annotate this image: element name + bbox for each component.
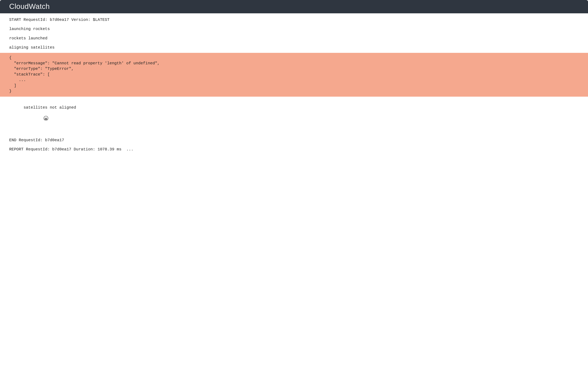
log-line: launching rockets [0, 24, 588, 34]
log-line-with-icon: satellites not aligned [0, 97, 588, 135]
svg-point-0 [44, 116, 48, 120]
log-line: START RequestId: b7d0ea17 Version: $LATE… [0, 15, 588, 24]
log-line: rockets launched [0, 34, 588, 43]
log-output: START RequestId: b7d0ea17 Version: $LATE… [0, 13, 588, 156]
log-line: END RequestId: b7d0ea17 [0, 135, 588, 145]
titlebar: CloudWatch [0, 0, 588, 13]
log-line: REPORT RequestId: b7d0ea17 Duration: 107… [0, 145, 588, 154]
page-title: CloudWatch [9, 2, 50, 10]
cloudwatch-window: CloudWatch START RequestId: b7d0ea17 Ver… [0, 0, 588, 156]
log-line: aligning satellites [0, 43, 588, 52]
log-text: satellites not aligned [24, 105, 76, 110]
error-block: { "errorMessage": "Cannot read property … [0, 53, 588, 97]
grimace-icon [24, 110, 49, 128]
